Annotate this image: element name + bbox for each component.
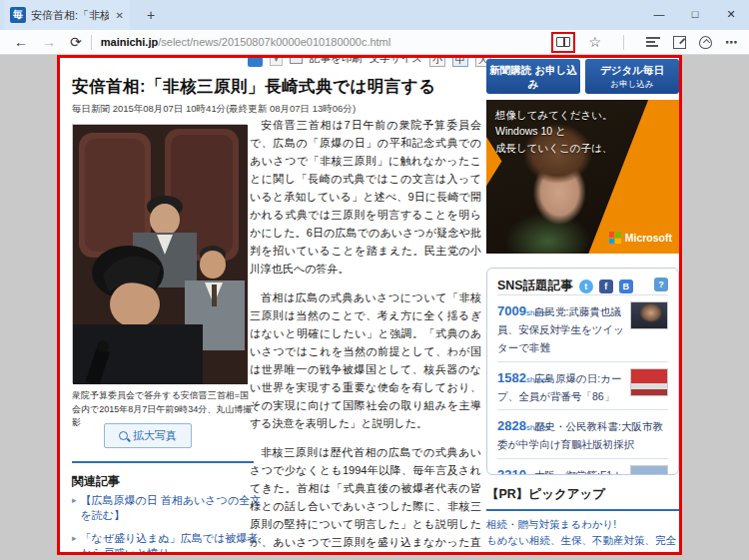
related-link-label: 「なぜ盛り込まぬ」広島では被爆者から戸惑いと憤り <box>81 531 264 555</box>
page-content: ▾ 記事を印刷 文字サイズ 小 中 大 安倍首相:「非核三原則」長崎式典では明言… <box>60 58 679 552</box>
help-icon[interactable]: ? <box>654 278 668 291</box>
ad-line: Windows 10 と <box>495 123 612 139</box>
favorites-star-icon[interactable]: ☆ <box>588 34 601 50</box>
related-link[interactable]: ▸【広島原爆の日 首相あいさつの全文を読む】 <box>72 493 264 524</box>
related-articles-list: ▸【広島原爆の日 首相あいさつの全文を読む】 ▸「なぜ盛り込まぬ」広島では被爆者… <box>72 493 264 555</box>
ad-copy: 想像してみてください。 Windows 10 と 成長していくこの子は、 <box>495 107 612 156</box>
enlarge-photo-label: 拡大写真 <box>133 428 177 443</box>
browser-tab[interactable]: 毎 安倍首相:「非核三原則 ✕ <box>4 0 130 30</box>
hatena-icon[interactable]: B <box>619 280 633 293</box>
sns-list-item[interactable]: 1582shares 広島原爆の日:カープ、全員が背番号「86」 <box>497 361 668 409</box>
abe-testimony-photo <box>73 125 248 384</box>
subscribe-label-1: 新聞購読 お申し込み <box>486 64 580 92</box>
url-domain: mainichi.jp <box>101 36 158 48</box>
sns-list-item[interactable]: 3310shares 大阪・御堂筋:F1カー走行を 橋下市長が計画披露 <box>497 458 668 475</box>
facebook-share-icon[interactable] <box>248 55 263 67</box>
twitter-icon[interactable]: t <box>579 280 593 293</box>
digital-mainichi-button[interactable]: デジタル毎日 お申し込み <box>585 59 679 94</box>
related-link[interactable]: ▸「なぜ盛り込まぬ」広島では被爆者から戸惑いと憤り <box>72 531 264 555</box>
back-icon[interactable]: ← <box>14 34 28 50</box>
ad-line: 成長していくこの子は、 <box>495 140 612 156</box>
thumbnail <box>630 368 668 396</box>
font-size-label: 文字サイズ <box>370 55 422 66</box>
article-toolbar: ▾ 記事を印刷 文字サイズ 小 中 大 <box>248 55 491 70</box>
facebook-icon[interactable]: f <box>599 280 613 293</box>
new-tab-button[interactable]: + <box>140 6 162 24</box>
reading-view-icon[interactable] <box>556 37 570 47</box>
url-text[interactable]: mainichi.jp/select/news/20150807k0000e01… <box>101 36 390 48</box>
pr-pickup-heading: 【PR】ピックアップ <box>486 486 679 503</box>
window-controls: — □ ✕ <box>641 0 749 28</box>
article-title: 安倍首相:「非核三原則」長崎式典では明言する <box>72 76 511 98</box>
share-count: 3310shares <box>497 465 534 475</box>
pr-pickup-section: 【PR】ピックアップ 相続・贈与対策まるわかり! もめない相続、生保、不動産対策… <box>486 486 679 555</box>
web-note-icon[interactable] <box>673 36 686 49</box>
site-favicon: 毎 <box>10 7 26 23</box>
close-button[interactable]: ✕ <box>713 0 749 28</box>
enlarge-photo-button[interactable]: 拡大写真 <box>104 423 192 448</box>
font-size-medium-button[interactable]: 中 <box>452 55 468 67</box>
bullet-icon: ▸ <box>72 531 77 555</box>
sidebar: 新聞購読 お申し込み 愛読者・愛読者プレミア デジタル毎日 お申し込み 想像して… <box>486 58 679 552</box>
share-icon[interactable] <box>699 36 712 49</box>
article-paragraph: 首相は広島の式典あいさつについて「非核三原則は当然のことで、考え方に全く揺るぎは… <box>250 288 481 432</box>
microsoft-wordmark: Microsoft <box>625 232 672 244</box>
font-size-small-button[interactable]: 小 <box>429 55 445 67</box>
microsoft-logo: Microsoft <box>609 232 672 244</box>
bullet-icon: ▸ <box>72 493 77 524</box>
share-number: 7009 <box>497 303 526 318</box>
printer-icon[interactable] <box>290 55 303 64</box>
sns-topics-heading: SNS話題記事 <box>497 278 573 294</box>
newspaper-subscribe-button[interactable]: 新聞購読 お申し込み 愛読者・愛読者プレミア <box>486 59 580 94</box>
sns-topics-box: SNS話題記事 t f B ? 7009shares 自民党:武藤貴也議員、安保… <box>486 268 679 475</box>
share-number: 3310 <box>497 467 526 475</box>
divider <box>91 35 92 50</box>
microsoft-ad-banner[interactable]: 想像してみてください。 Windows 10 と 成長していくこの子は、 Mic… <box>486 100 679 254</box>
share-count: 1582shares <box>497 368 534 386</box>
share-number: 2828 <box>497 418 526 433</box>
maximize-button[interactable]: □ <box>677 0 713 28</box>
share-count: 7009shares <box>497 301 534 319</box>
article-byline: 毎日新聞 2015年08月07日 10時41分(最終更新 08月07日 13時0… <box>72 103 511 116</box>
reading-view-highlight-box <box>551 32 575 53</box>
related-link-label: 【広島原爆の日 首相あいさつの全文を読む】 <box>81 493 264 524</box>
thumbnail <box>630 301 668 329</box>
forward-icon[interactable]: → <box>42 34 56 50</box>
ad-line: 想像してみてください。 <box>495 107 612 123</box>
more-options-icon[interactable]: ⋯ <box>725 35 739 50</box>
magnifier-icon <box>119 431 128 440</box>
share-dropdown-icon[interactable]: ▾ <box>270 55 283 66</box>
tab-close-icon[interactable]: ✕ <box>116 10 124 21</box>
article-body: 安倍晋三首相は7日午前の衆院予算委員会で、広島の「原爆の日」の平和記念式典でのあ… <box>250 116 481 555</box>
page-highlight-frame: ▾ 記事を印刷 文字サイズ 小 中 大 安倍首相:「非核三原則」長崎式典では明言… <box>57 55 682 555</box>
pr-link[interactable]: 相続・贈与対策まるわかり! <box>486 517 679 533</box>
hub-icon[interactable] <box>646 37 660 47</box>
microsoft-flag-icon <box>609 232 621 244</box>
sns-list-item[interactable]: 7009shares 自民党:武藤貴也議員、安保反対学生をツイッターで非難 <box>497 294 668 361</box>
share-count: 2828shares <box>497 416 534 434</box>
share-number: 1582 <box>497 370 526 385</box>
subscription-buttons: 新聞購読 お申し込み 愛読者・愛読者プレミア デジタル毎日 お申し込み <box>486 59 679 94</box>
sns-header: SNS話題記事 t f B ? <box>497 278 668 294</box>
sns-list-item[interactable]: 2828shares 歴史・公民教科書:大阪市教委が中学向け育鵬社版初採択 <box>497 409 668 457</box>
divider <box>72 461 254 463</box>
tab-title: 安倍首相:「非核三原則 <box>31 8 109 23</box>
toolbar-icons: ☆ ⋯ <box>551 32 749 53</box>
article-photo[interactable] <box>72 124 247 383</box>
digital-label-1: デジタル毎日 <box>585 64 679 78</box>
pr-link[interactable]: もめない相続、生保、不動産対策、完全網羅! <box>486 533 679 555</box>
print-article-label[interactable]: 記事を印刷 <box>310 55 363 66</box>
minimize-button[interactable]: — <box>641 0 677 28</box>
article-paragraph: 安倍晋三首相は7日午前の衆院予算委員会で、広島の「原爆の日」の平和記念式典でのあ… <box>250 116 481 278</box>
thumbnail <box>630 465 668 475</box>
browser-window: 毎 安倍首相:「非核三原則 ✕ + — □ ✕ ← → ⟳ mainichi.j… <box>0 0 749 560</box>
article-paragraph: 非核三原則は歴代首相の広島での式典あいさつで少なくとも1994年以降、毎年言及さ… <box>250 443 481 555</box>
tab-bar: 毎 安倍首相:「非核三原則 ✕ + — □ ✕ <box>0 0 749 30</box>
divider <box>486 509 679 511</box>
address-bar: ← → ⟳ mainichi.jp/select/news/20150807k0… <box>0 30 749 55</box>
related-articles-heading: 関連記事 <box>72 473 120 490</box>
refresh-icon[interactable]: ⟳ <box>70 34 82 50</box>
url-path: /select/news/20150807k0000e010180000c.ht… <box>158 36 390 48</box>
divider <box>623 35 624 50</box>
digital-label-2: お申し込み <box>585 79 679 91</box>
